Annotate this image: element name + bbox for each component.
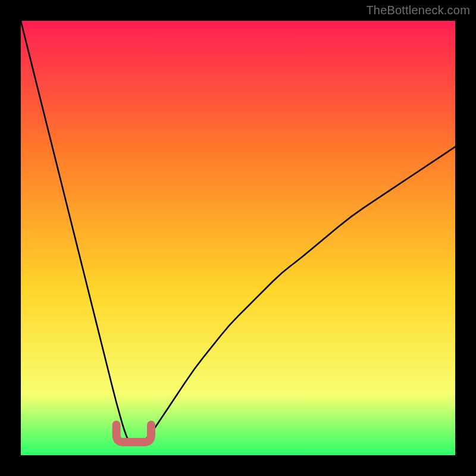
bottleneck-plot	[21, 21, 455, 455]
watermark-text: TheBottleneck.com	[366, 4, 470, 17]
chart-frame: TheBottleneck.com	[0, 0, 476, 476]
plot-background	[21, 21, 455, 455]
